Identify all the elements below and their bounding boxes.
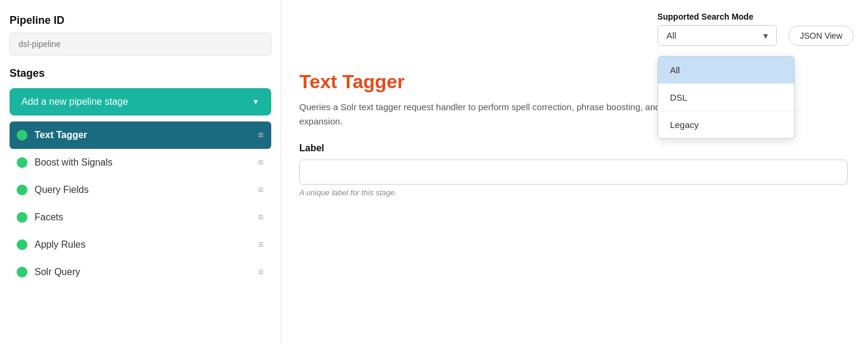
stage-status-dot (17, 239, 27, 250)
stage-item-label: Boost with Signals (35, 157, 251, 168)
json-view-button[interactable]: JSON View (789, 26, 854, 46)
search-mode-select[interactable]: All DSL Legacy (658, 25, 777, 46)
stage-item-label: Apply Rules (35, 239, 251, 250)
stages-label: Stages (10, 67, 271, 80)
search-mode-dropdown: All DSL Legacy (658, 56, 795, 139)
label-hint: A unique label for this stage. (299, 188, 850, 197)
stage-item-apply-rules[interactable]: Apply Rules ≡ (10, 231, 271, 258)
drag-handle-icon[interactable]: ≡ (258, 239, 264, 250)
stage-item-label: Facets (35, 212, 251, 223)
label-section: Label A unique label for this stage. (299, 143, 850, 197)
stage-list: Text Tagger ≡ Boost with Signals ≡ Query… (10, 121, 271, 286)
label-input[interactable] (299, 160, 848, 185)
stage-status-dot (17, 212, 27, 223)
drag-handle-icon[interactable]: ≡ (258, 212, 264, 223)
dropdown-option-all[interactable]: All (658, 57, 794, 84)
pipeline-id-input[interactable] (10, 33, 271, 55)
label-field-title: Label (299, 143, 850, 154)
stage-status-dot (17, 267, 27, 277)
stage-status-dot (17, 157, 27, 168)
stage-status-dot (17, 130, 27, 141)
pipeline-id-label: Pipeline ID (10, 14, 271, 27)
drag-handle-icon[interactable]: ≡ (258, 130, 264, 141)
dropdown-option-legacy[interactable]: Legacy (658, 111, 794, 138)
stage-item-solr-query[interactable]: Solr Query ≡ (10, 258, 271, 286)
drag-handle-icon[interactable]: ≡ (258, 157, 264, 168)
drag-handle-icon[interactable]: ≡ (258, 185, 264, 195)
stage-item-text-tagger[interactable]: Text Tagger ≡ (10, 121, 271, 149)
search-mode-group: Supported Search Mode All DSL Legacy ▼ A… (658, 12, 777, 46)
add-stage-button[interactable]: Add a new pipeline stage ▼ (10, 88, 271, 116)
add-stage-label: Add a new pipeline stage (21, 96, 128, 107)
drag-handle-icon[interactable]: ≡ (258, 267, 264, 277)
top-bar: Supported Search Mode All DSL Legacy ▼ A… (281, 0, 868, 54)
search-mode-select-wrapper: All DSL Legacy ▼ (658, 25, 777, 46)
stage-item-query-fields[interactable]: Query Fields ≡ (10, 176, 271, 204)
search-mode-label: Supported Search Mode (658, 12, 754, 21)
sidebar: Pipeline ID Stages Add a new pipeline st… (0, 0, 281, 343)
stage-description: Queries a Solr text tagger request handl… (299, 100, 717, 129)
main-panel: Supported Search Mode All DSL Legacy ▼ A… (281, 0, 868, 343)
stage-item-label: Solr Query (35, 267, 251, 277)
dropdown-option-dsl[interactable]: DSL (658, 84, 794, 111)
stage-status-dot (17, 185, 27, 195)
stage-item-facets[interactable]: Facets ≡ (10, 204, 271, 231)
stage-item-label: Query Fields (35, 185, 251, 195)
add-stage-chevron-icon: ▼ (252, 98, 259, 106)
stage-item-label: Text Tagger (35, 130, 251, 141)
stage-item-boost-with-signals[interactable]: Boost with Signals ≡ (10, 149, 271, 176)
